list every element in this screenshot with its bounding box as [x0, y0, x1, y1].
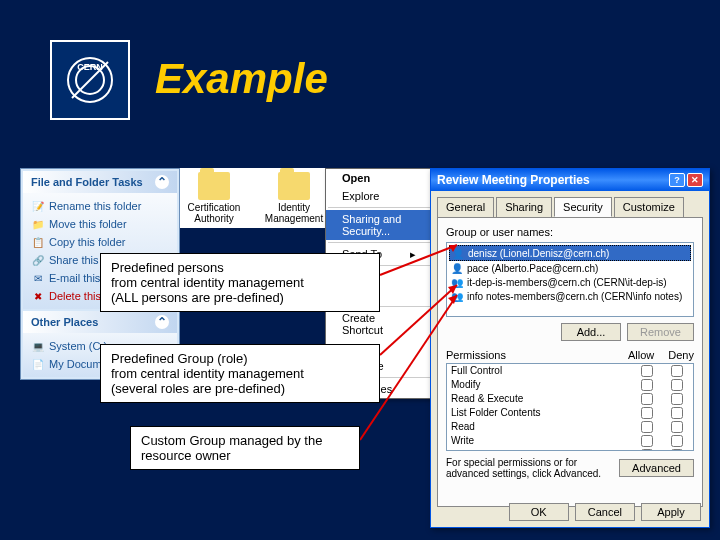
permissions-label: Permissions: [446, 349, 506, 361]
deny-checkbox[interactable]: [671, 365, 683, 377]
group-name: denisz (Lionel.Denisz@cern.ch): [468, 248, 609, 259]
panel-title: File and Folder Tasks: [31, 176, 143, 188]
user-icon: 👥: [451, 290, 463, 302]
permission-name: Full Control: [451, 365, 502, 377]
add-button[interactable]: Add...: [561, 323, 621, 341]
context-menu-item[interactable]: Open: [326, 169, 432, 187]
task-item[interactable]: 📝Rename this folder: [27, 197, 173, 215]
group-row[interactable]: 👥info notes-members@cern.ch (CERN\info n…: [449, 289, 691, 303]
collapse-icon[interactable]: ⌃: [155, 175, 169, 189]
allow-checkbox[interactable]: [641, 435, 653, 447]
advanced-text: For special permissions or for advanced …: [446, 457, 613, 479]
task-label: Move this folder: [49, 218, 127, 230]
callout-persons: Predefined persons from central identity…: [100, 253, 380, 312]
allow-checkbox[interactable]: [641, 407, 653, 419]
permission-row: List Folder Contents: [447, 406, 693, 420]
deny-checkbox[interactable]: [671, 407, 683, 419]
permission-row: Write: [447, 434, 693, 448]
task-item[interactable]: 📁Move this folder: [27, 215, 173, 233]
group-row[interactable]: 👤pace (Alberto.Pace@cern.ch): [449, 261, 691, 275]
folder-label: Identity Management: [264, 202, 324, 224]
permission-name: Read: [451, 421, 475, 433]
task-label: Rename this folder: [49, 200, 141, 212]
tab-security[interactable]: Security: [554, 197, 612, 217]
task-item[interactable]: 📋Copy this folder: [27, 233, 173, 251]
properties-dialog: Review Meeting Properties ? ✕ GeneralSha…: [430, 168, 710, 528]
group-row[interactable]: 👥it-dep-is-members@cern.ch (CERN\it-dep-…: [449, 275, 691, 289]
advanced-button[interactable]: Advanced: [619, 459, 694, 477]
callout-line: Custom Group managed by the: [141, 433, 349, 448]
callout-line: Predefined Group (role): [111, 351, 369, 366]
permission-row: Special Permissions: [447, 448, 693, 451]
place-icon: 📄: [31, 357, 45, 371]
permission-row: Read: [447, 420, 693, 434]
permission-row: Read & Execute: [447, 392, 693, 406]
tab-general[interactable]: General: [437, 197, 494, 217]
task-icon: ✉: [31, 271, 45, 285]
user-icon: 👤: [452, 247, 464, 259]
task-icon: 🔗: [31, 253, 45, 267]
permission-name: Special Permissions: [451, 449, 541, 451]
callout-line: Predefined persons: [111, 260, 369, 275]
folder-item[interactable]: Certification Authority: [184, 172, 244, 224]
dialog-titlebar[interactable]: Review Meeting Properties ? ✕: [431, 169, 709, 191]
apply-button[interactable]: Apply: [641, 503, 701, 521]
group-name: info notes-members@cern.ch (CERN\info no…: [467, 291, 682, 302]
allow-checkbox[interactable]: [641, 393, 653, 405]
tab-sharing[interactable]: Sharing: [496, 197, 552, 217]
place-icon: 💻: [31, 339, 45, 353]
cern-logo: CERN: [50, 40, 130, 120]
deny-checkbox[interactable]: [671, 449, 683, 451]
permission-row: Modify: [447, 378, 693, 392]
callout-group: Predefined Group (role) from central ide…: [100, 344, 380, 403]
task-icon: 📝: [31, 199, 45, 213]
cancel-button[interactable]: Cancel: [575, 503, 635, 521]
folder-icon: [198, 172, 230, 200]
user-icon: 👤: [451, 262, 463, 274]
deny-checkbox[interactable]: [671, 379, 683, 391]
allow-checkbox[interactable]: [641, 365, 653, 377]
task-icon: 📁: [31, 217, 45, 231]
panel-header-places[interactable]: Other Places ⌃: [23, 311, 177, 333]
context-menu-item[interactable]: Explore: [326, 187, 432, 205]
allow-checkbox[interactable]: [641, 449, 653, 451]
callout-line: (ALL persons are pre-defined): [111, 290, 369, 305]
group-name: it-dep-is-members@cern.ch (CERN\it-dep-i…: [467, 277, 667, 288]
allow-checkbox[interactable]: [641, 421, 653, 433]
context-menu-item[interactable]: Sharing and Security...: [326, 210, 432, 240]
task-icon: 📋: [31, 235, 45, 249]
tab-customize[interactable]: Customize: [614, 197, 684, 217]
folder-item[interactable]: Identity Management: [264, 172, 324, 224]
dialog-title: Review Meeting Properties: [437, 173, 590, 187]
collapse-icon[interactable]: ⌃: [155, 315, 169, 329]
help-icon[interactable]: ?: [669, 173, 685, 187]
close-icon[interactable]: ✕: [687, 173, 703, 187]
callout-line: from central identity management: [111, 275, 369, 290]
permission-name: List Folder Contents: [451, 407, 541, 419]
task-label: Copy this folder: [49, 236, 125, 248]
user-icon: 👥: [451, 276, 463, 288]
allow-checkbox[interactable]: [641, 379, 653, 391]
task-icon: ✖: [31, 289, 45, 303]
deny-checkbox[interactable]: [671, 421, 683, 433]
place-label: System (C:): [49, 340, 107, 352]
group-row[interactable]: 👤denisz (Lionel.Denisz@cern.ch): [449, 245, 691, 261]
permissions-list: Full ControlModifyRead & ExecuteList Fol…: [446, 363, 694, 451]
permission-name: Write: [451, 435, 474, 447]
panel-title: Other Places: [31, 316, 98, 328]
ok-button[interactable]: OK: [509, 503, 569, 521]
group-listbox[interactable]: 👤denisz (Lionel.Denisz@cern.ch)👤pace (Al…: [446, 242, 694, 317]
deny-checkbox[interactable]: [671, 435, 683, 447]
permission-name: Modify: [451, 379, 480, 391]
panel-header-tasks[interactable]: File and Folder Tasks ⌃: [23, 171, 177, 193]
callout-line: (several roles are pre-defined): [111, 381, 369, 396]
callout-line: resource owner: [141, 448, 349, 463]
remove-button[interactable]: Remove: [627, 323, 694, 341]
callout-custom: Custom Group managed by the resource own…: [130, 426, 360, 470]
group-name: pace (Alberto.Pace@cern.ch): [467, 263, 598, 274]
callout-line: from central identity management: [111, 366, 369, 381]
folder-icon: [278, 172, 310, 200]
context-menu-item[interactable]: Create Shortcut: [326, 309, 432, 339]
permission-name: Read & Execute: [451, 393, 523, 405]
deny-checkbox[interactable]: [671, 393, 683, 405]
